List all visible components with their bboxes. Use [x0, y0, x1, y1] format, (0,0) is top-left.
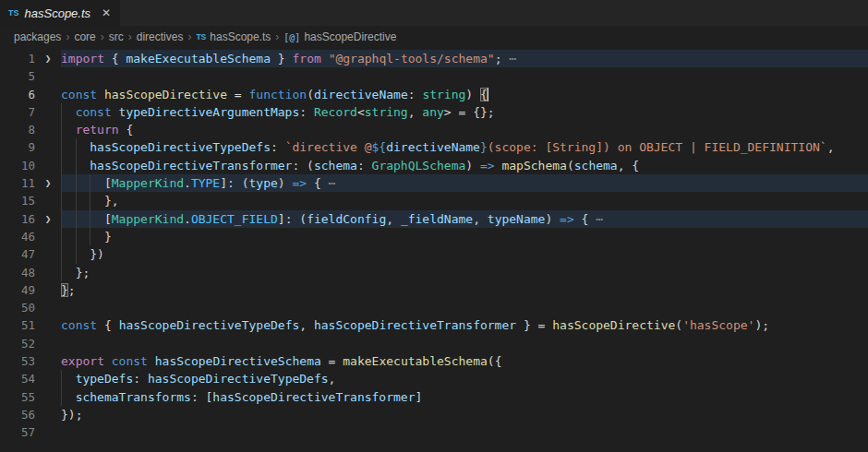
breadcrumb-label: directives [137, 30, 184, 43]
code-line-8[interactable]: 8return { [0, 121, 868, 138]
code-token: , { [618, 159, 639, 172]
fold-gutter [35, 406, 61, 423]
code-line-55[interactable]: 55schemaTransforms: [hasScopeDirectiveTr… [0, 388, 868, 406]
breadcrumb-item-hasscopedirective[interactable]: [@]hasScopeDirective [283, 30, 396, 43]
code-text: }; [61, 264, 90, 281]
code-token: "@graphql-tools/schema" [329, 52, 495, 65]
editor[interactable]: 1❯import { makeExecutableSchema } from "… [0, 48, 868, 442]
code-line-11[interactable]: 11❯[MapperKind.TYPE]: (type) => { ⋯ [0, 174, 868, 192]
breadcrumb-item-directives[interactable]: directives [137, 30, 184, 43]
fold-gutter [35, 228, 61, 245]
code-content[interactable] [61, 423, 868, 441]
fold-gutter [35, 423, 61, 441]
code-line-46[interactable]: 46} [0, 228, 868, 245]
code-line-6[interactable]: 6const hasScopeDirective = function(dire… [0, 86, 868, 103]
code-token: ); [754, 318, 769, 332]
line-number: 54 [0, 370, 35, 387]
indent-guide [76, 174, 77, 192]
code-content[interactable]: schemaTransforms: [hasScopeDirectiveTran… [61, 388, 868, 406]
code-line-50[interactable]: 50 [0, 299, 868, 316]
code-content[interactable] [61, 335, 868, 352]
tab-hasscope[interactable]: TS hasScope.ts ✕ [0, 0, 120, 26]
fold-chevron-icon[interactable]: ❯ [35, 50, 61, 67]
code-token: ]: ( [220, 176, 248, 190]
symbol-variable-icon: [@] [283, 32, 300, 42]
fold-gutter [35, 138, 61, 156]
code-content[interactable] [61, 299, 868, 316]
breadcrumb-item-core[interactable]: core [74, 30, 95, 43]
code-content[interactable]: }) [61, 245, 868, 263]
breadcrumb-label: core [74, 30, 95, 43]
code-content[interactable]: } [61, 228, 868, 245]
code-content[interactable]: }; [61, 264, 868, 281]
code-line-48[interactable]: 48}; [0, 264, 868, 281]
breadcrumb-item-src[interactable]: src [109, 30, 124, 43]
code-token: const [61, 88, 104, 101]
code-line-56[interactable]: 56}); [0, 406, 868, 423]
code-content[interactable]: [MapperKind.OBJECT_FIELD]: (fieldConfig,… [61, 210, 868, 228]
code-token: makeExecutableSchema [126, 52, 271, 65]
code-content[interactable]: import { makeExecutableSchema } from "@g… [61, 50, 868, 67]
code-content[interactable]: hasScopeDirectiveTransformer: (schema: G… [61, 157, 868, 174]
code-line-7[interactable]: 7const typeDirectiveArgumentMaps: Record… [0, 103, 868, 121]
code-line-16[interactable]: 16❯[MapperKind.OBJECT_FIELD]: (fieldConf… [0, 210, 868, 228]
code-content[interactable]: }, [61, 192, 868, 209]
code-token: directiveName [314, 88, 408, 101]
line-number: 15 [0, 192, 35, 209]
breadcrumb-label: hasScope.ts [210, 30, 271, 43]
code-line-15[interactable]: 15}, [0, 192, 868, 209]
code-content[interactable]: }); [61, 406, 868, 423]
code-line-49[interactable]: 49}; [0, 281, 868, 299]
code-line-5[interactable]: 5 [0, 67, 868, 85]
fold-chevron-icon[interactable]: ❯ [35, 174, 61, 192]
code-line-47[interactable]: 47}) [0, 245, 868, 263]
code-line-52[interactable]: 52 [0, 335, 868, 352]
code-token: const [61, 318, 104, 332]
line-number: 50 [0, 299, 35, 316]
code-content[interactable]: const typeDirectiveArgumentMaps: Record<… [61, 103, 868, 121]
close-icon[interactable]: ✕ [102, 6, 111, 19]
breadcrumb-item-hasscope-ts[interactable]: TShasScope.ts [196, 30, 271, 43]
code-line-53[interactable]: 53export const hasScopeDirectiveSchema =… [0, 352, 868, 370]
code-token: export [61, 354, 112, 368]
line-number: 16 [0, 210, 35, 228]
code-token: hasScopeDirective [104, 88, 227, 101]
fold-gutter [35, 192, 61, 209]
code-text: const hasScopeDirective = function(direc… [61, 86, 488, 103]
code-line-10[interactable]: 10hasScopeDirectiveTransformer: (schema:… [0, 157, 868, 174]
line-number: 57 [0, 423, 35, 441]
code-token: const [112, 354, 155, 368]
code-line-9[interactable]: 9hasScopeDirectiveTypeDefs: `directive @… [0, 138, 868, 156]
code-content[interactable]: typeDefs: hasScopeDirectiveTypeDefs, [61, 370, 868, 387]
code-line-51[interactable]: 51const { hasScopeDirectiveTypeDefs, has… [0, 316, 868, 334]
code-token: { [104, 318, 119, 332]
indent-guide [61, 370, 62, 387]
code-line-57[interactable]: 57 [0, 423, 868, 441]
code-content[interactable]: return { [61, 121, 868, 138]
fold-gutter [35, 352, 61, 370]
indent-guide [90, 174, 90, 192]
code-content[interactable]: const { hasScopeDirectiveTypeDefs, hasSc… [61, 316, 868, 334]
code-content[interactable]: }; [61, 281, 868, 299]
line-number: 10 [0, 157, 35, 174]
indent-guide [61, 121, 62, 138]
code-token: typeName [488, 212, 546, 226]
code-content[interactable]: const hasScopeDirective = function(direc… [61, 86, 868, 103]
code-token: : [271, 140, 285, 154]
breadcrumb-item-packages[interactable]: packages [14, 30, 61, 43]
code-content[interactable]: hasScopeDirectiveTypeDefs: `directive @$… [61, 138, 868, 156]
code-line-54[interactable]: 54typeDefs: hasScopeDirectiveTypeDefs, [0, 370, 868, 387]
line-number: 6 [0, 86, 35, 103]
fold-chevron-icon[interactable]: ❯ [35, 210, 61, 228]
code-line-1[interactable]: 1❯import { makeExecutableSchema } from "… [0, 50, 868, 67]
code-content[interactable]: [MapperKind.TYPE]: (type) => { ⋯ [61, 174, 868, 192]
line-number: 52 [0, 335, 35, 352]
folded-code-ellipsis: ⋯ [588, 212, 603, 226]
chevron-right-icon: › [127, 30, 134, 43]
code-token: => [480, 159, 495, 172]
code-content[interactable]: export const hasScopeDirectiveSchema = m… [61, 352, 868, 370]
indent-guide [61, 264, 62, 281]
indent-guide [61, 157, 62, 174]
code-content[interactable] [61, 67, 868, 85]
indent-guide [76, 228, 77, 245]
